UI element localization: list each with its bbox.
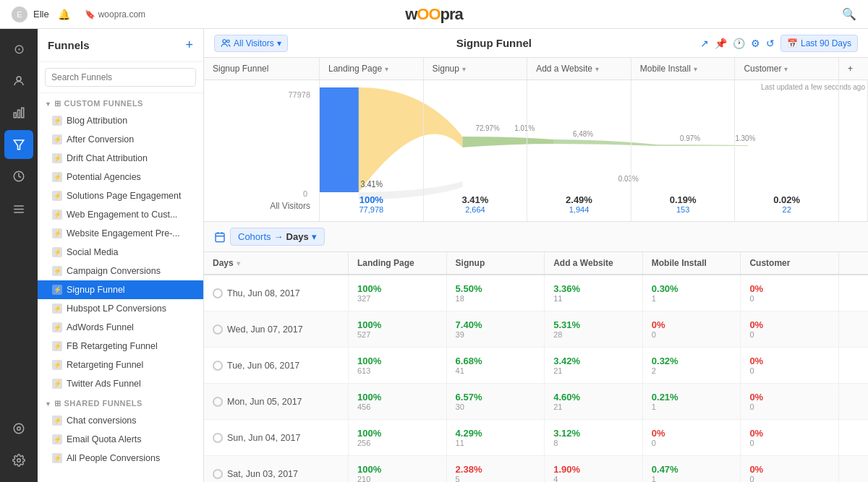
notification-icon[interactable]: 🔔	[58, 9, 70, 20]
refresh-icon[interactable]: ↺	[766, 38, 775, 49]
sidebar-item-all-people[interactable]: ⚡ All People Conversions	[38, 449, 203, 468]
sidebar-item-retargeting[interactable]: ⚡ Retargeting Funnel	[38, 356, 203, 374]
username: Elle	[33, 9, 49, 20]
sidebar-item-solutions-page[interactable]: ⚡ Solutions Page Engagement	[38, 186, 203, 205]
search-input[interactable]	[45, 68, 196, 87]
pct-value: 3.12%	[553, 428, 634, 439]
cohorts-button[interactable]: Cohorts → Days ▾	[230, 228, 325, 246]
count-value: 11	[456, 439, 536, 447]
table-row[interactable]: Wed, Jun 07, 2017 100% 527 7.40% 39 5.31…	[204, 311, 868, 348]
funnel-item-label: Campaign Conversions	[67, 266, 161, 276]
sidebar-item-blog-attribution[interactable]: ⚡ Blog Attribution	[38, 111, 203, 130]
sidebar-item-campaign-conversions[interactable]: ⚡ Campaign Conversions	[38, 262, 203, 280]
sidebar-item-social-media[interactable]: ⚡ Social Media	[38, 243, 203, 262]
count-value: 21	[553, 366, 634, 375]
sidebar-item-potential-agencies[interactable]: ⚡ Potential Agencies	[38, 168, 203, 186]
sidebar-header: Funnels +	[38, 29, 203, 62]
funnel-icon: ⚡	[52, 304, 62, 314]
chevron-down-icon: ▼	[45, 100, 51, 108]
date-range-button[interactable]: 📅 Last 90 Days	[780, 35, 858, 52]
funnel-cell-landing-page: 100% 77,978	[320, 80, 424, 221]
pct-value: 0.21%	[652, 392, 732, 403]
funnel-cell-add-website: 2.49% 1,944	[527, 80, 631, 221]
sort-icon: ▾	[237, 259, 240, 267]
history-icon[interactable]: 🕐	[733, 38, 745, 49]
pct-value: 6.57%	[456, 392, 536, 403]
nav-dashboard[interactable]: ⊙	[4, 35, 33, 64]
chevron-down-icon: ▾	[312, 231, 317, 242]
funnel-icon: ⚡	[52, 153, 62, 163]
landing-page-pct: 100%	[359, 194, 383, 205]
sidebar-item-website-engagement[interactable]: ⚡ Website Engagement Pre-...	[38, 224, 203, 243]
section-shared-funnels[interactable]: ▼ ⊞ Shared Funnels	[38, 393, 203, 411]
sidebar-item-adwords[interactable]: ⚡ AdWords Funnel	[38, 318, 203, 337]
gear-icon[interactable]: ⚙	[751, 38, 760, 49]
table-row[interactable]: Thu, Jun 08, 2017 100% 327 5.50% 18 3.36…	[204, 275, 868, 311]
sidebar-item-signup-funnel[interactable]: ⚡ Signup Funnel	[38, 280, 203, 299]
funnel-chart-area: Signup Funnel Landing Page ▾ Signup ▾ Ad…	[204, 58, 868, 222]
sidebar-item-drift-chat[interactable]: ⚡ Drift Chat Attribution	[38, 149, 203, 168]
funnel-icon: ⚡	[52, 434, 62, 444]
sidebar-item-web-engagement[interactable]: ⚡ Web Engagement to Cust...	[38, 205, 203, 224]
td-extra	[839, 420, 868, 455]
add-funnel-button[interactable]: +	[185, 38, 193, 53]
search-icon[interactable]: 🔍	[842, 7, 856, 21]
funnel-item-label: Signup Funnel	[67, 285, 125, 295]
table-row[interactable]: Sat, Jun 03, 2017 100% 210 2.38% 5 1.90%…	[204, 456, 868, 482]
nav-filter[interactable]	[4, 130, 33, 159]
count-value: 613	[357, 366, 438, 375]
th-extra	[839, 252, 868, 274]
col-header-add[interactable]: +	[839, 58, 868, 79]
nav-people[interactable]	[4, 66, 33, 95]
domain-link[interactable]: 🔖 woopra.com	[85, 9, 145, 20]
nav-analytics[interactable]	[4, 98, 33, 127]
visitor-filter-button[interactable]: All Visitors ▾	[214, 35, 288, 52]
col-header-signup[interactable]: Signup ▾	[424, 58, 528, 79]
nav-settings[interactable]	[4, 446, 33, 475]
sidebar-item-twitter-ads[interactable]: ⚡ Twitter Ads Funnel	[38, 374, 203, 393]
sidebar-item-after-conversion[interactable]: ⚡ After Conversion	[38, 130, 203, 149]
funnel-icon: ⚡	[52, 116, 62, 126]
sidebar-item-hubspot[interactable]: ⚡ Hubspot LP Conversions	[38, 299, 203, 318]
sidebar-item-chat-conversions[interactable]: ⚡ Chat conversions	[38, 411, 203, 430]
nav-tracking[interactable]	[4, 414, 33, 443]
col-header-add-website[interactable]: Add a Website ▾	[527, 58, 631, 79]
col-header-label: Signup	[433, 64, 459, 74]
th-days[interactable]: Days ▾	[204, 252, 349, 274]
pin-icon[interactable]: 📌	[715, 38, 727, 49]
table-row[interactable]: Tue, Jun 06, 2017 100% 613 6.68% 41 3.42…	[204, 348, 868, 384]
funnel-item-label: Blog Attribution	[67, 116, 127, 126]
funnel-item-label: FB Retargeting Funnel	[67, 341, 158, 351]
pct-value: 4.60%	[553, 392, 634, 403]
chevron-down-icon: ▼	[45, 400, 51, 408]
table-row[interactable]: Mon, Jun 05, 2017 100% 456 6.57% 30 4.60…	[204, 384, 868, 420]
user-menu[interactable]: E Elle	[12, 7, 49, 22]
pct-value: 0%	[749, 428, 830, 439]
nav-more[interactable]	[4, 194, 33, 223]
table-header: Days ▾ Landing Page Signup Add a Website…	[204, 252, 868, 275]
sidebar-item-email-quota[interactable]: ⚡ Email Quota Alerts	[38, 430, 203, 449]
td-signup: 5.50% 18	[447, 275, 545, 311]
svg-rect-3	[22, 108, 24, 118]
col-header-label: Add a Website	[536, 64, 592, 74]
count-value: 18	[456, 294, 536, 303]
td-landing-page: 100% 456	[349, 384, 447, 419]
count-value: 1	[652, 294, 732, 303]
section-custom-funnels[interactable]: ▼ ⊞ Custom Funnels	[38, 93, 203, 111]
count-value: 0	[652, 330, 732, 339]
nav-retention[interactable]	[4, 162, 33, 191]
td-customer: 0% 0	[741, 311, 839, 347]
share-icon[interactable]: ↗	[700, 38, 709, 49]
svg-point-0	[17, 77, 21, 81]
pct-value: 0%	[749, 283, 830, 294]
sidebar-item-fb-retargeting[interactable]: ⚡ FB Retargeting Funnel	[38, 337, 203, 356]
funnel-icon: ⚡	[52, 416, 62, 426]
main-header: All Visitors ▾ Signup Funnel ↗ 📌 🕐 ⚙ ↺ 📅…	[204, 29, 868, 58]
col-header-customer[interactable]: Customer ▾	[735, 58, 839, 79]
td-extra	[839, 456, 868, 482]
pct-value: 5.31%	[553, 319, 634, 330]
col-header-landing-page[interactable]: Landing Page ▾	[320, 58, 424, 79]
table-row[interactable]: Sun, Jun 04, 2017 100% 256 4.29% 11 3.12…	[204, 420, 868, 456]
cohorts-icon	[214, 231, 226, 243]
col-header-mobile-install[interactable]: Mobile Install ▾	[631, 58, 736, 79]
